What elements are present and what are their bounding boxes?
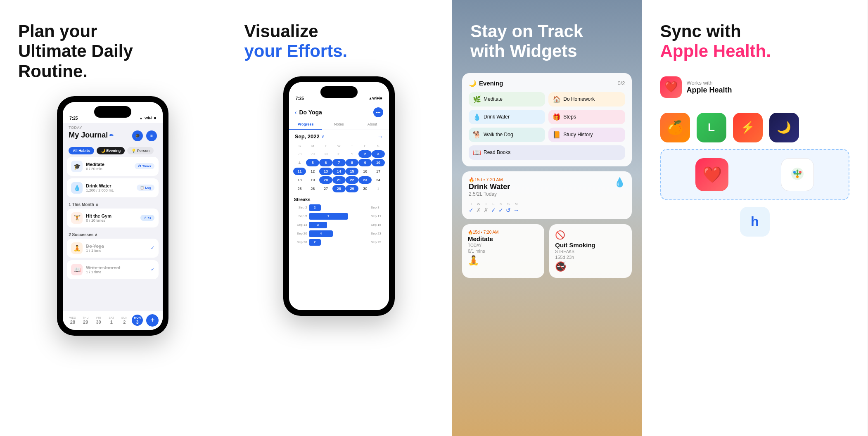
habit-meditate: 🎓 Meditate 0 / 20 min ⏱ Timer	[67, 157, 159, 176]
water-name: Drink Water	[86, 183, 133, 188]
svg-point-1	[793, 171, 796, 173]
phone1-bottom: WED28 THU29 FRI30 SAT1 SUN2 MON3 +	[63, 311, 163, 330]
habit-gym: 🏋️ Hit the Gym 0 / 10 times ✓ +1	[67, 209, 159, 227]
journal-name: Write in Journal	[86, 265, 147, 270]
cal-month-row: Sep, 2022 ∨ →	[289, 130, 389, 143]
streak-3: Sep 13 3 Sep 15	[294, 222, 384, 228]
tab-evening[interactable]: 🌙 Evening	[97, 147, 125, 154]
cal-screen-title: Do Yoga	[299, 109, 370, 116]
streak-1: Sep 2 2 Sep 3	[294, 204, 384, 211]
widget-drink-meta: 🔥15d • 7:20 AM	[469, 177, 510, 182]
water-action[interactable]: 📋 Log	[137, 185, 154, 191]
day-thu[interactable]: THU29	[80, 315, 91, 326]
google-health-app-icon	[781, 158, 814, 191]
gym-info: Hit the Gym 0 / 10 times	[86, 213, 137, 223]
streak-5: Sep 28 2 Sep 29	[294, 239, 384, 246]
app-icon-arken: ⚡	[733, 113, 763, 142]
widget-habit-water: 💧 Drink Water	[469, 110, 545, 124]
cal-header: ‹ Do Yoga •••	[289, 103, 389, 120]
phone1-notch	[94, 106, 131, 118]
panel-2: Visualize your Efforts. 7:25 ▲WiFi■ ‹ Do…	[226, 0, 453, 436]
widget-habit-study-history: 📙 Study History	[548, 128, 625, 142]
cal-week-5: 25 26 27 28 29 30 1	[293, 185, 385, 192]
phone1-content: TODAY My Journal ✏ 🎓 ≡	[63, 123, 163, 311]
google-fit-icon	[787, 164, 808, 185]
apple-health-app-icon: ❤️	[695, 158, 728, 191]
cal-tabs: Progress Notes About	[289, 120, 389, 130]
widget-quit-sub: STREAKS	[555, 249, 626, 254]
gym-name: Hit the Gym	[86, 213, 137, 218]
day-wed[interactable]: WED28	[67, 315, 78, 326]
phone2-content: ‹ Do Yoga ••• Progress Notes About Sep, …	[289, 103, 389, 310]
phone1-wrap: 7:25 ▲ WiFi ■ TODAY My Journal ✏	[18, 96, 208, 336]
tab-all-habits[interactable]: All Habits	[69, 147, 94, 154]
day-mon[interactable]: MON3	[132, 315, 143, 326]
apple-health-logo: ❤️ Works with Apple Health	[660, 76, 850, 98]
habit-journal: 📖 Write in Journal 1 / 1 time ✓	[67, 260, 159, 279]
day-sat[interactable]: SAT1	[106, 315, 117, 326]
widget-evening-title: 🌙 Evening	[469, 80, 503, 87]
tab-personal[interactable]: 💡 Person	[127, 147, 154, 154]
water-icon: 💧	[71, 182, 83, 194]
panel2-heading: Visualize your Efforts.	[244, 21, 434, 62]
widget-habit-steps: 🎁 Steps	[548, 110, 625, 124]
panel-4: Sync with Apple Health. ❤️ Works with Ap…	[642, 0, 868, 436]
panel-3: Stay on Track with Widgets 🌙 Evening 0/2…	[452, 0, 642, 436]
yoga-check: ✓	[151, 245, 154, 251]
app-header: TODAY My Journal ✏ 🎓 ≡	[63, 123, 163, 145]
widget-meditate-sub: TODAY	[468, 243, 538, 248]
phone2-time: 7:25	[296, 96, 304, 101]
sync-area: ❤️	[660, 149, 850, 200]
tab-progress[interactable]: Progress	[289, 120, 323, 130]
cal-nav-right[interactable]: →	[377, 133, 383, 140]
phone2-inner: 7:25 ▲WiFi■ ‹ Do Yoga ••• Progress	[289, 82, 389, 310]
app-header-icons: 🎓 ≡	[132, 130, 157, 141]
journal-sub: 1 / 1 time	[86, 270, 147, 274]
phone1-inner: 7:25 ▲ WiFi ■ TODAY My Journal ✏	[63, 102, 163, 330]
yoga-name: Do Yoga	[86, 244, 147, 249]
widget-habit-grid: 🌿 Meditate 🏠 Do Homework 💧 Drink Water 🎁…	[469, 92, 625, 160]
cal-dow-row: S M T W T F S	[293, 143, 385, 149]
widget-days-row: T✓ W✗ T✗ F✓ S✓ S↺ M→	[469, 202, 625, 213]
tab-about[interactable]: About	[356, 120, 389, 130]
svg-point-0	[799, 171, 802, 173]
meditate-action[interactable]: ⏱ Timer	[135, 163, 154, 169]
svg-point-2	[796, 175, 799, 178]
panel3-heading: Stay on Track with Widgets	[452, 0, 642, 62]
panel1-heading: Plan your Ultimate Daily Routine.	[18, 21, 208, 81]
widget-drink-sub: 2.5/2L Today	[469, 191, 510, 197]
day-fri[interactable]: FRI30	[93, 315, 104, 326]
tab-notes[interactable]: Notes	[322, 120, 356, 130]
cal-grid: S M T W T F S 28 29 30	[289, 143, 389, 192]
phone1: 7:25 ▲ WiFi ■ TODAY My Journal ✏	[57, 96, 168, 336]
cal-dropdown-arrow[interactable]: ∨	[321, 134, 324, 139]
habit-yoga: 🧘 Do Yoga 1 / 1 time ✓	[67, 239, 159, 258]
widget-meditate-meta: 🔥15d • 7:20 AM	[468, 230, 538, 235]
widget-bottom-row: 🔥15d • 7:20 AM Meditate TODAY 0/1 mins 🧘…	[462, 224, 632, 278]
widget-meditate: 🔥15d • 7:20 AM Meditate TODAY 0/1 mins 🧘	[462, 224, 544, 278]
add-habit-button[interactable]: +	[146, 314, 159, 327]
gym-icon: 🏋️	[71, 212, 83, 224]
widget-quit-title: Quit Smoking	[555, 242, 626, 249]
filter-icon[interactable]: ≡	[146, 130, 157, 141]
sort-icon[interactable]: 🎓	[132, 130, 143, 141]
habit-drink-water: 💧 Drink Water 1,200 / 2,000 mL 📋 Log	[67, 178, 159, 197]
water-info: Drink Water 1,200 / 2,000 mL	[86, 183, 133, 192]
yoga-icon: 🧘	[71, 242, 83, 254]
filter-tabs: All Habits 🌙 Evening 💡 Person	[63, 145, 163, 157]
cal-menu[interactable]: •••	[373, 107, 383, 117]
meditate-sub: 0 / 20 min	[86, 167, 131, 171]
widget-evening: 🌙 Evening 0/2 🌿 Meditate 🏠 Do Homework 💧…	[462, 73, 632, 166]
gym-action[interactable]: ✓ +1	[140, 215, 154, 221]
meditate-icon: 🎓	[71, 161, 83, 172]
app-icon-orange: 🍊	[660, 113, 690, 142]
cal-back[interactable]: ‹	[295, 109, 297, 116]
phone1-time: 7:25	[69, 116, 78, 121]
section-successes: 2 Successes ∧	[63, 230, 163, 239]
widget-drink-title: Drink Water	[469, 182, 510, 191]
phone2-notch	[320, 86, 358, 98]
streaks-section: Streaks Sep 2 2 Sep 3 Sep 5 7	[289, 194, 389, 246]
app-icon-h: h	[740, 207, 770, 237]
journal-title: My Journal ✏	[69, 131, 114, 140]
day-sun[interactable]: SUN2	[119, 315, 130, 326]
